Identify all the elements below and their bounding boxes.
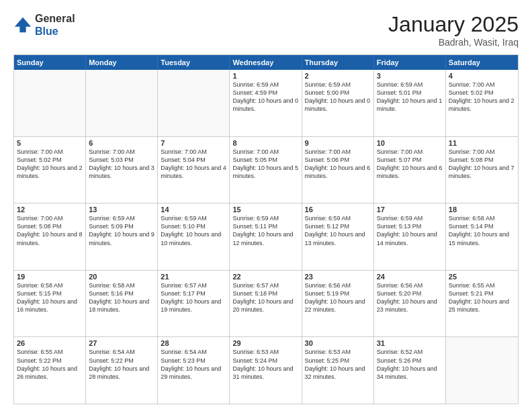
day-header: Monday [86, 55, 158, 70]
day-number: 22 [232, 273, 298, 281]
cell-info: Sunrise: 6:58 AMSunset: 5:15 PMDaylight:… [17, 281, 83, 314]
day-number: 18 [449, 205, 515, 214]
logo-icon [13, 15, 32, 34]
day-number: 10 [377, 139, 443, 147]
day-number: 11 [449, 139, 515, 147]
cell-info: Sunrise: 6:59 AMSunset: 5:13 PMDaylight:… [377, 214, 443, 247]
day-headers: SundayMondayTuesdayWednesdayThursdayFrid… [14, 55, 518, 70]
calendar-cell: 14Sunrise: 6:59 AMSunset: 5:10 PMDayligh… [158, 203, 230, 270]
calendar-cell: 10Sunrise: 7:00 AMSunset: 5:07 PMDayligh… [374, 137, 446, 203]
calendar-cell: 17Sunrise: 6:59 AMSunset: 5:13 PMDayligh… [374, 203, 446, 270]
cell-info: Sunrise: 6:57 AMSunset: 5:17 PMDaylight:… [161, 281, 226, 314]
cell-info: Sunrise: 6:56 AMSunset: 5:20 PMDaylight:… [377, 281, 443, 314]
week-row: 1Sunrise: 6:59 AMSunset: 4:59 PMDaylight… [14, 70, 518, 136]
cell-info: Sunrise: 6:59 AMSunset: 5:12 PMDaylight:… [305, 214, 371, 247]
day-number: 2 [305, 72, 371, 80]
cell-info: Sunrise: 6:57 AMSunset: 5:18 PMDaylight:… [232, 281, 298, 314]
cell-info: Sunrise: 6:59 AMSunset: 5:11 PMDaylight:… [232, 214, 298, 247]
day-number: 14 [161, 205, 226, 214]
cell-info: Sunrise: 7:00 AMSunset: 5:02 PMDaylight:… [449, 81, 515, 113]
cell-info: Sunrise: 6:59 AMSunset: 5:00 PMDaylight:… [305, 81, 371, 113]
weeks: 1Sunrise: 6:59 AMSunset: 4:59 PMDaylight… [14, 70, 518, 404]
calendar-cell: 27Sunrise: 6:54 AMSunset: 5:22 PMDayligh… [86, 337, 158, 404]
cell-info: Sunrise: 6:59 AMSunset: 5:10 PMDaylight:… [161, 214, 226, 247]
day-number: 7 [161, 139, 226, 147]
calendar-cell: 29Sunrise: 6:53 AMSunset: 5:24 PMDayligh… [230, 337, 302, 404]
cell-info: Sunrise: 6:52 AMSunset: 5:26 PMDaylight:… [377, 348, 443, 381]
calendar-cell: 25Sunrise: 6:55 AMSunset: 5:21 PMDayligh… [446, 271, 518, 337]
day-number: 30 [305, 339, 371, 347]
day-number: 23 [305, 273, 371, 281]
cell-info: Sunrise: 6:59 AMSunset: 5:01 PMDaylight:… [377, 81, 443, 113]
logo: General Blue [13, 12, 75, 38]
calendar-cell: 8Sunrise: 7:00 AMSunset: 5:05 PMDaylight… [230, 137, 302, 203]
calendar-cell: 3Sunrise: 6:59 AMSunset: 5:01 PMDaylight… [374, 70, 446, 136]
calendar-cell: 21Sunrise: 6:57 AMSunset: 5:17 PMDayligh… [158, 271, 230, 337]
cell-info: Sunrise: 6:59 AMSunset: 5:09 PMDaylight:… [89, 214, 154, 247]
week-row: 26Sunrise: 6:55 AMSunset: 5:22 PMDayligh… [14, 336, 518, 404]
calendar-cell: 6Sunrise: 7:00 AMSunset: 5:03 PMDaylight… [86, 137, 158, 203]
cell-info: Sunrise: 6:58 AMSunset: 5:14 PMDaylight:… [449, 214, 515, 247]
calendar-cell: 15Sunrise: 6:59 AMSunset: 5:11 PMDayligh… [230, 203, 302, 270]
day-number: 28 [161, 339, 226, 347]
day-number: 6 [89, 139, 154, 147]
day-number: 26 [17, 339, 83, 347]
cell-info: Sunrise: 7:00 AMSunset: 5:05 PMDaylight:… [232, 148, 298, 181]
cell-info: Sunrise: 6:54 AMSunset: 5:22 PMDaylight:… [89, 348, 154, 381]
calendar-cell: 18Sunrise: 6:58 AMSunset: 5:14 PMDayligh… [446, 203, 518, 270]
calendar-cell: 31Sunrise: 6:52 AMSunset: 5:26 PMDayligh… [374, 337, 446, 404]
day-number: 5 [17, 139, 83, 147]
page: General Blue January 2025 Badrah, Wasit,… [0, 0, 532, 411]
day-number: 17 [377, 205, 443, 214]
calendar-cell: 16Sunrise: 6:59 AMSunset: 5:12 PMDayligh… [302, 203, 374, 270]
cell-info: Sunrise: 6:53 AMSunset: 5:24 PMDaylight:… [232, 348, 298, 381]
header: General Blue January 2025 Badrah, Wasit,… [13, 12, 519, 48]
day-number: 3 [377, 72, 443, 80]
day-number: 1 [232, 72, 298, 80]
cell-info: Sunrise: 6:55 AMSunset: 5:22 PMDaylight:… [17, 348, 83, 381]
calendar-cell: 4Sunrise: 7:00 AMSunset: 5:02 PMDaylight… [446, 70, 518, 136]
calendar-cell: 1Sunrise: 6:59 AMSunset: 4:59 PMDaylight… [230, 70, 302, 136]
cell-info: Sunrise: 6:58 AMSunset: 5:16 PMDaylight:… [89, 281, 154, 314]
week-row: 5Sunrise: 7:00 AMSunset: 5:02 PMDaylight… [14, 136, 518, 203]
day-number: 12 [17, 205, 83, 214]
day-header: Thursday [302, 55, 374, 70]
day-number: 13 [89, 205, 154, 214]
location: Badrah, Wasit, Iraq [388, 37, 519, 48]
cell-info: Sunrise: 7:00 AMSunset: 5:06 PMDaylight:… [305, 148, 371, 181]
calendar-cell: 26Sunrise: 6:55 AMSunset: 5:22 PMDayligh… [14, 337, 86, 404]
calendar-cell [446, 337, 518, 404]
cell-info: Sunrise: 6:56 AMSunset: 5:19 PMDaylight:… [305, 281, 371, 314]
calendar-cell [14, 70, 86, 136]
calendar-cell: 11Sunrise: 7:00 AMSunset: 5:08 PMDayligh… [446, 137, 518, 203]
day-number: 8 [232, 139, 298, 147]
cell-info: Sunrise: 6:54 AMSunset: 5:23 PMDaylight:… [161, 348, 226, 381]
cell-info: Sunrise: 7:00 AMSunset: 5:08 PMDaylight:… [17, 214, 83, 247]
calendar-cell: 28Sunrise: 6:54 AMSunset: 5:23 PMDayligh… [158, 337, 230, 404]
day-header: Sunday [14, 55, 86, 70]
day-header: Wednesday [230, 55, 302, 70]
calendar: SundayMondayTuesdayWednesdayThursdayFrid… [13, 54, 519, 404]
day-number: 27 [89, 339, 154, 347]
calendar-cell: 12Sunrise: 7:00 AMSunset: 5:08 PMDayligh… [14, 203, 86, 270]
calendar-cell: 20Sunrise: 6:58 AMSunset: 5:16 PMDayligh… [86, 271, 158, 337]
cell-info: Sunrise: 7:00 AMSunset: 5:02 PMDaylight:… [17, 148, 83, 181]
calendar-cell [158, 70, 230, 136]
logo-general: General [35, 13, 75, 24]
week-row: 12Sunrise: 7:00 AMSunset: 5:08 PMDayligh… [14, 203, 518, 270]
day-number: 4 [449, 72, 515, 80]
calendar-cell: 2Sunrise: 6:59 AMSunset: 5:00 PMDaylight… [302, 70, 374, 136]
day-header: Saturday [446, 55, 518, 70]
logo-text: General Blue [35, 12, 75, 38]
cell-info: Sunrise: 6:59 AMSunset: 4:59 PMDaylight:… [232, 81, 298, 113]
day-number: 15 [232, 205, 298, 214]
calendar-cell: 23Sunrise: 6:56 AMSunset: 5:19 PMDayligh… [302, 271, 374, 337]
cell-info: Sunrise: 7:00 AMSunset: 5:04 PMDaylight:… [161, 148, 226, 181]
calendar-cell: 24Sunrise: 6:56 AMSunset: 5:20 PMDayligh… [374, 271, 446, 337]
cell-info: Sunrise: 6:55 AMSunset: 5:21 PMDaylight:… [449, 281, 515, 314]
calendar-cell: 5Sunrise: 7:00 AMSunset: 5:02 PMDaylight… [14, 137, 86, 203]
week-row: 19Sunrise: 6:58 AMSunset: 5:15 PMDayligh… [14, 270, 518, 337]
svg-marker-0 [15, 17, 31, 32]
day-number: 25 [449, 273, 515, 281]
calendar-cell [86, 70, 158, 136]
